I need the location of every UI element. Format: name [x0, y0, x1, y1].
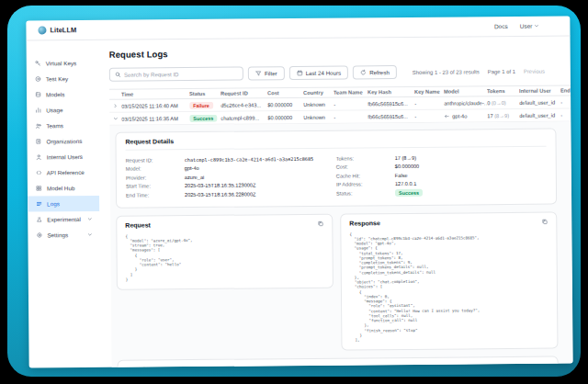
request-json: { "model": "azure_ai/gpt-4o", "stream": …: [117, 230, 333, 289]
cell-end-user: -: [560, 112, 572, 118]
request-details-card: Request Details Request ID:chatcmpl-c899…: [115, 129, 557, 209]
sidebar-item-label: Test Key: [46, 75, 68, 82]
cell-internal-user: default_user_id: [519, 112, 560, 118]
chevron-down-icon: [87, 217, 92, 221]
cell-request-id: d5c26ce4-e343...: [220, 102, 267, 107]
filter-icon: [255, 70, 262, 76]
stage: LiteLLM Docs User Virtual Keys Test Key …: [0, 0, 588, 384]
copy-icon: [317, 220, 323, 226]
api-reference-icon: [36, 169, 42, 175]
page-indicator: Page 1 of 1: [488, 68, 515, 73]
showing-results-text: Showing 1 - 23 of 23 results: [413, 69, 480, 75]
time-range-label: Last 24 Hours: [306, 70, 342, 76]
sidebar-item-api-reference[interactable]: API Reference: [28, 164, 99, 181]
cell-model: gpt-4o: [452, 113, 467, 119]
sidebar-item-label: Experimental: [47, 216, 81, 222]
col-key-hash: Key Hash: [368, 89, 414, 95]
field-value-tokens: 17 (8→9): [395, 155, 416, 161]
cell-time: 03/15/2025 11:16:40 AM: [121, 103, 189, 109]
refresh-button[interactable]: Refresh: [353, 65, 397, 79]
col-key-name: Key Name: [414, 89, 444, 95]
field-value-cost: $0.000000: [395, 164, 420, 169]
request-details-title: Request Details: [125, 135, 546, 151]
cell-cost: $0.000000: [267, 114, 303, 119]
sidebar-item-logs[interactable]: Logs: [28, 196, 99, 212]
chevron-down-icon: [534, 24, 538, 28]
sidebar-item-organizations[interactable]: Organizations: [27, 133, 98, 150]
field-label: Status:: [336, 190, 395, 197]
cell-country: Unknown: [303, 114, 334, 119]
sidebar-item-models[interactable]: Models: [27, 86, 98, 103]
top-nav: Docs User: [494, 23, 539, 29]
field-label: Tokens:: [336, 155, 395, 162]
copy-button[interactable]: [317, 220, 323, 226]
col-status: Status: [189, 91, 220, 96]
logs-table: Time Status Request ID Cost Country Team…: [109, 85, 571, 125]
col-model: Model: [444, 88, 487, 94]
search-input[interactable]: [124, 71, 238, 78]
col-internal-user: Internal User: [519, 88, 560, 94]
sidebar-item-settings[interactable]: Settings: [28, 227, 99, 243]
model-hub-icon: [36, 185, 42, 191]
app-window: LiteLLM Docs User Virtual Keys Test Key …: [26, 16, 572, 367]
sidebar-item-experimental[interactable]: Experimental: [28, 211, 99, 228]
key-icon: [35, 60, 41, 66]
experimental-icon: [36, 216, 42, 222]
field-label: Request ID:: [126, 157, 185, 164]
col-tokens: Tokens: [487, 88, 519, 94]
expand-chevron-down-icon[interactable]: [113, 117, 118, 121]
usage-icon: [35, 107, 41, 113]
teams-icon: [35, 122, 41, 129]
field-label: Cache Hit:: [336, 173, 395, 179]
cell-key-hash: fb66c565915c6...: [368, 100, 414, 106]
cell-internal-user: default_user_id: [519, 99, 560, 105]
organizations-icon: [35, 138, 41, 144]
controls-row: Filter Last 24 Hours Refresh Showing 1 -…: [109, 63, 571, 81]
models-icon: [35, 91, 41, 97]
sidebar-item-internal-users[interactable]: Internal Users: [28, 149, 99, 165]
sidebar-item-teams[interactable]: Teams: [27, 118, 98, 134]
cell-tokens-detail: (0→0): [492, 100, 506, 106]
field-value-model: gpt-4o: [185, 165, 199, 171]
copy-button[interactable]: [541, 218, 548, 224]
col-cost: Cost: [267, 90, 303, 96]
previous-page-button[interactable]: Previous: [524, 68, 545, 73]
field-label: IP Address:: [336, 181, 395, 187]
sidebar-item-label: Logs: [47, 200, 60, 207]
internal-users-icon: [36, 153, 42, 160]
expanded-row-details: Request Details Request ID:chatcmpl-c899…: [109, 121, 572, 367]
sidebar-item-virtual-keys[interactable]: Virtual Keys: [27, 55, 98, 72]
cell-tokens: 0: [487, 100, 490, 106]
sidebar: Virtual Keys Test Key Models Usage Teams…: [27, 40, 101, 368]
user-menu[interactable]: User: [520, 23, 539, 29]
docs-link[interactable]: Docs: [494, 23, 508, 29]
sidebar-item-label: Models: [46, 91, 64, 97]
browser-card: LiteLLM Docs User Virtual Keys Test Key …: [7, 6, 581, 377]
cell-country: Unknown: [303, 101, 334, 107]
time-range-button[interactable]: Last 24 Hours: [289, 66, 349, 81]
app-title: LiteLLM: [50, 26, 76, 34]
sidebar-item-model-hub[interactable]: Model Hub: [28, 180, 99, 197]
test-key-icon: [35, 75, 41, 82]
search-box: [109, 67, 243, 82]
field-value-provider: azure_ai: [185, 175, 205, 180]
field-label: Provider:: [126, 175, 185, 181]
app-logo-icon: [38, 26, 46, 34]
field-label: End Time:: [126, 192, 185, 198]
field-value-ip-address: 127.0.0.1: [395, 181, 416, 186]
filter-button[interactable]: Filter: [248, 66, 285, 80]
metadata-card: Metadata: [118, 356, 559, 367]
sidebar-item-label: API Reference: [47, 169, 85, 175]
status-badge: Failure: [189, 101, 213, 108]
sidebar-item-test-key[interactable]: Test Key: [27, 71, 98, 87]
cell-key-name: -: [414, 100, 444, 106]
col-request-id: Request ID: [220, 90, 267, 96]
sidebar-item-label: Model Hub: [47, 185, 75, 191]
sidebar-item-usage[interactable]: Usage: [27, 102, 98, 119]
expand-chevron-right-icon[interactable]: [113, 104, 118, 108]
cell-key-name: -: [414, 113, 444, 119]
col-time: Time: [121, 91, 189, 97]
request-panel: Request { "model": "azure_ai/gpt-4o", "s…: [116, 213, 334, 290]
logs-icon: [36, 200, 42, 207]
cell-tokens-detail: (8→9): [494, 113, 509, 119]
